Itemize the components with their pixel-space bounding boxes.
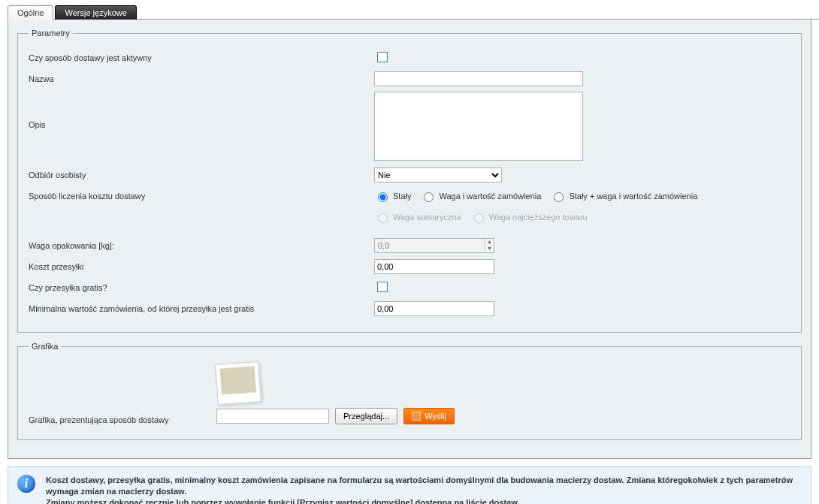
radio-weight-heaviest xyxy=(474,213,484,223)
radio-weight-sum xyxy=(378,213,388,223)
label-name: Nazwa xyxy=(29,74,374,83)
info-line2: Zmiany możesz dokonać ręcznie lub poprze… xyxy=(46,498,519,504)
input-name[interactable] xyxy=(374,71,583,86)
label-min-order-free: Minimalna wartość zamówienia, od której … xyxy=(29,304,374,313)
label-free-shipping: Czy przesyłka gratis? xyxy=(29,283,374,292)
image-thumbnail xyxy=(215,361,261,405)
send-button[interactable]: Wyślij xyxy=(403,408,455,424)
send-icon xyxy=(412,412,421,421)
info-icon: i xyxy=(17,475,35,493)
main-panel: Parametry Czy sposób dostawy jest aktywn… xyxy=(8,20,811,459)
radio-fixed-label: Stały xyxy=(393,192,411,201)
label-cost-method: Sposób liczenia kosztu dostawy xyxy=(29,192,374,201)
radio-weight-heaviest-label: Waga najcięższego towaru xyxy=(489,213,588,222)
label-is-active: Czy sposób dostawy jest aktywny xyxy=(29,53,374,62)
tab-languages[interactable]: Wersje językowe xyxy=(55,5,136,20)
radio-group-cost-method: Stały Waga i wartość zamówienia Stały + … xyxy=(374,190,790,202)
info-line1: Koszt dostawy, przesyłka gratis, minimal… xyxy=(46,475,793,496)
radio-fixed-plus-label: Stały + waga i wartość zamówienia xyxy=(569,192,697,201)
fieldset-parameters: Parametry Czy sposób dostawy jest aktywn… xyxy=(17,29,802,333)
input-package-weight xyxy=(375,239,485,252)
info-text: Koszt dostawy, przesyłka gratis, minimal… xyxy=(46,475,802,504)
radio-fixed[interactable] xyxy=(378,192,388,202)
input-file-path[interactable] xyxy=(216,409,329,424)
label-shipping-cost: Koszt przesyłki xyxy=(29,262,374,271)
legend-parameters: Parametry xyxy=(29,29,73,38)
tabs: Ogólne Wersje językowe xyxy=(8,5,819,20)
radio-group-weight-mode: Waga sumaryczna Waga najcięższego towaru xyxy=(374,211,790,223)
label-description: Opis xyxy=(29,92,374,129)
textarea-description[interactable] xyxy=(374,92,583,161)
label-graphic-presenting: Grafika, prezentująca sposób dostawy xyxy=(29,415,216,424)
checkbox-is-active[interactable] xyxy=(377,52,388,62)
checkbox-free-shipping[interactable] xyxy=(377,282,388,292)
input-shipping-cost[interactable] xyxy=(374,259,494,274)
info-bar: i Koszt dostawy, przesyłka gratis, minim… xyxy=(8,466,811,504)
fieldset-graphics: Grafika Grafika, prezentująca sposób dos… xyxy=(17,342,802,440)
radio-fixed-plus[interactable] xyxy=(554,192,564,202)
radio-weight-value[interactable] xyxy=(424,192,434,202)
radio-weight-value-label: Waga i wartość zamówienia xyxy=(439,192,541,201)
label-package-weight: Waga opakowania [kg]: xyxy=(29,241,374,250)
legend-graphics: Grafika xyxy=(29,342,61,351)
spinner-package-weight: ▲▼ xyxy=(374,238,494,253)
select-personal-pickup[interactable]: Nie xyxy=(374,167,502,183)
radio-weight-sum-label: Waga sumaryczna xyxy=(393,213,461,222)
label-personal-pickup: Odbiór osobisty xyxy=(29,171,374,180)
spinner-buttons: ▲▼ xyxy=(485,239,494,252)
browse-button[interactable]: Przeglądaj... xyxy=(335,408,397,424)
input-min-order-free[interactable] xyxy=(374,301,494,316)
tab-general[interactable]: Ogólne xyxy=(8,5,53,20)
send-button-label: Wyślij xyxy=(425,412,446,421)
